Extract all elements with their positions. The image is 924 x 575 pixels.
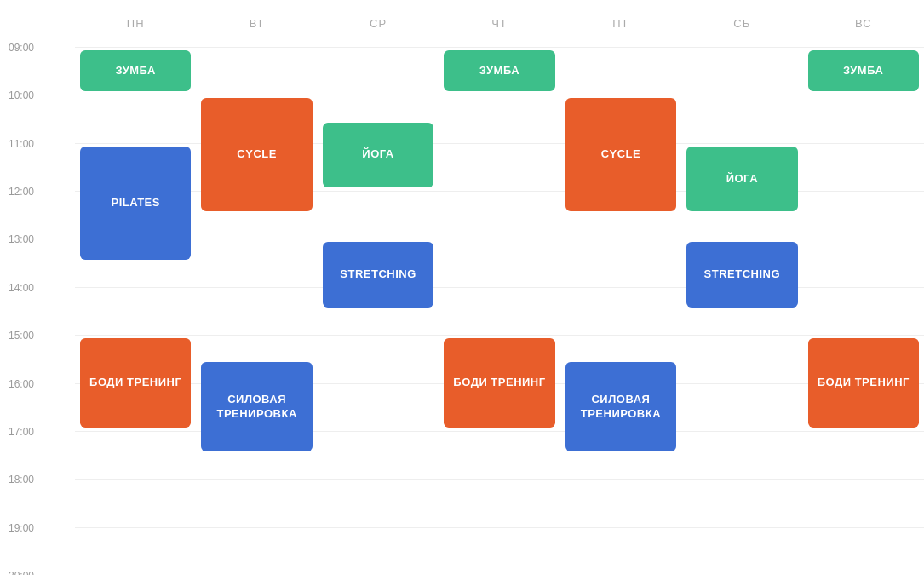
event-block-6[interactable]: ЙОГА (686, 147, 797, 212)
event-block-7[interactable]: PILATES (80, 147, 191, 260)
time-label-15:00: 15:00 (9, 330, 34, 342)
time-label-12:00: 12:00 (9, 186, 34, 198)
event-block-11[interactable]: БОДИ ТРЕНИНГ (444, 338, 554, 428)
day-header-ср: СР (318, 0, 439, 47)
event-block-13[interactable]: СИЛОВАЯ ТРЕНИРОВКА (201, 362, 312, 451)
event-block-4[interactable]: CYCLE (565, 98, 676, 211)
day-header-пт: ПТ (560, 0, 681, 47)
day-header-сб: СБ (681, 0, 802, 47)
day-header-вс: ВС (803, 0, 924, 47)
time-label-19:00: 19:00 (9, 522, 34, 534)
time-label-16:00: 16:00 (9, 378, 34, 390)
event-block-14[interactable]: СИЛОВАЯ ТРЕНИРОВКА (565, 362, 676, 451)
time-label-18:00: 18:00 (9, 474, 34, 486)
event-block-0[interactable]: ЗУМБА (80, 50, 191, 91)
time-label-09:00: 09:00 (9, 42, 34, 54)
day-header-вт: ВТ (196, 0, 317, 47)
event-block-12[interactable]: БОДИ ТРЕНИНГ (808, 338, 919, 428)
calendar-container: ПНВТСРЧТПТСБВС 09:0010:0011:0012:0013:00… (0, 0, 924, 575)
events-area: ЗУМБАЗУМБАЗУМБАCYCLECYCLEЙОГАЙОГАPILATES… (75, 47, 924, 575)
event-block-10[interactable]: БОДИ ТРЕНИНГ (80, 338, 191, 428)
event-block-1[interactable]: ЗУМБА (444, 50, 554, 91)
day-headers: ПНВТСРЧТПТСБВС (75, 0, 924, 47)
time-label-13:00: 13:00 (9, 233, 34, 245)
day-header-пн: ПН (75, 0, 196, 47)
event-block-5[interactable]: ЙОГА (323, 123, 433, 188)
event-block-8[interactable]: STRETCHING (323, 242, 433, 308)
time-label-10:00: 10:00 (9, 89, 34, 101)
event-block-9[interactable]: STRETCHING (686, 242, 797, 308)
event-block-2[interactable]: ЗУМБА (808, 50, 919, 91)
day-header-чт: ЧТ (439, 0, 560, 47)
time-label-14:00: 14:00 (9, 282, 34, 294)
time-label-17:00: 17:00 (9, 426, 34, 438)
time-label-11:00: 11:00 (9, 138, 34, 150)
event-block-3[interactable]: CYCLE (201, 98, 312, 211)
time-label-20:00: 20:00 (9, 570, 34, 575)
